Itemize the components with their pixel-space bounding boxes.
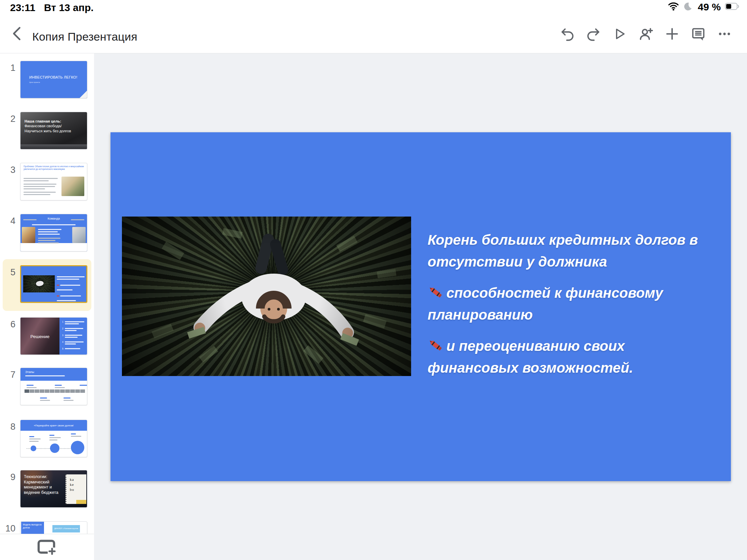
slide-number: 9 [0, 472, 16, 482]
slide-4-thumbnail[interactable]: Команда [20, 214, 87, 251]
slide-number: 6 [0, 319, 16, 330]
thumb-subtitle [32, 223, 76, 226]
slide-8-thumbnail[interactable]: «Перекройте кран» своих долгов! [20, 420, 87, 457]
thumb-header: Этапы [21, 368, 87, 381]
book-line: ke [70, 482, 86, 487]
team-photo-left [22, 227, 35, 243]
milestone-label [40, 396, 50, 402]
add-slide-icon[interactable] [37, 539, 57, 556]
list-number: 3 [62, 335, 63, 337]
filmstrip-slide-7[interactable]: 7 Этапы [0, 368, 94, 405]
slide-5-thumbnail-selected[interactable] [20, 265, 87, 303]
status-time-date: 23:11 Вт 13 апр. [10, 2, 94, 14]
slide-10-thumbnail[interactable]: Модель выхода из долгов ДИАЛОГ с близким… [20, 522, 87, 534]
text-line-skeleton [24, 184, 56, 185]
text-line-skeleton [57, 300, 76, 301]
slide-6-thumbnail[interactable]: Решение 1 2 3 4 5 [20, 317, 87, 355]
thumb-subtitle: Цели проекта [29, 81, 40, 83]
filmstrip-slide-1[interactable]: 1 ИНВЕСТИРОВАТЬ ЛЕГКО! Цели проекта [0, 61, 94, 98]
filmstrip-slide-5[interactable]: 5 [0, 265, 94, 303]
add-collaborator-icon[interactable] [638, 26, 654, 42]
status-indicators: 49 % [668, 1, 740, 13]
more-icon[interactable] [716, 26, 733, 42]
text-line-skeleton [65, 335, 83, 336]
text-line-skeleton [80, 385, 87, 386]
text-line-skeleton [24, 186, 55, 187]
hands-photo: Решение [21, 318, 59, 355]
text-line-skeleton [49, 439, 57, 441]
money-vortex-photo[interactable] [122, 217, 411, 376]
filmstrip-bottom-bar [0, 534, 94, 560]
text-line-skeleton [24, 188, 45, 189]
kakebo-book-cover: ka ke bo [66, 474, 86, 504]
text-line-skeleton [38, 238, 60, 239]
text-line-skeleton [55, 387, 65, 388]
back-icon[interactable] [9, 25, 26, 42]
slide-2-thumbnail[interactable]: Наша главная цель:Финансовая свобода/ На… [20, 112, 87, 150]
list-item: 2 [62, 328, 84, 332]
text-line-skeleton [29, 438, 41, 439]
step-circle-1 [31, 446, 36, 451]
red-crayon-icon [428, 284, 445, 301]
slide-1-thumbnail[interactable]: ИНВЕСТИРОВАТЬ ЛЕГКО! Цели проекта [20, 61, 87, 98]
laptop-photo-base [21, 144, 87, 149]
plus-icon[interactable] [664, 26, 680, 42]
filmstrip-slide-3[interactable]: 3 Проблема: Объем плохих долгов по ипоте… [0, 163, 94, 201]
red-crayon-icon [428, 338, 445, 354]
date: Вт 13 апр. [44, 2, 93, 14]
slide-heading: Корень больших кредитных долгов в отсутс… [428, 229, 713, 273]
text-line-skeleton [49, 437, 61, 438]
slide-number: 4 [0, 216, 16, 226]
thumb-title: «Перекройте кран» своих долгов! [34, 424, 74, 427]
redo-icon[interactable] [585, 26, 602, 42]
slide-3-thumbnail[interactable]: Проблема: Объем плохих долгов по ипотеке… [20, 163, 87, 201]
undo-icon[interactable] [559, 26, 576, 42]
filmstrip-slide-6[interactable]: 6 Решение 1 2 3 4 5 [0, 317, 94, 355]
book-yellow-accent [76, 500, 86, 504]
present-icon[interactable] [611, 26, 628, 42]
filmstrip-slide-4[interactable]: 4 Команда [0, 214, 94, 251]
text-line-skeleton [38, 242, 59, 243]
slide-9-thumbnail[interactable]: Технологии: Кармический менеджмент и вед… [20, 470, 87, 508]
slide-filmstrip: 1 ИНВЕСТИРОВАТЬ ЛЕГКО! Цели проекта 2 На… [0, 53, 94, 534]
slide-canvas[interactable]: Корень больших кредитных долгов в отсутс… [94, 53, 747, 560]
current-slide[interactable]: Корень больших кредитных долгов в отсутс… [110, 132, 731, 481]
bullet-line [57, 293, 86, 299]
text-line-skeleton [65, 337, 78, 338]
filmstrip-slide-8[interactable]: 8 «Перекройте кран» своих долгов! [0, 420, 94, 457]
document-title[interactable]: Копия Презентация [32, 30, 137, 43]
text-line-skeleton [38, 234, 60, 235]
timeline-month-strip [25, 390, 85, 393]
text-line-skeleton [71, 217, 82, 218]
filmstrip-slide-9[interactable]: 9 Технологии: Кармический менеджмент и в… [0, 470, 94, 508]
filmstrip-slide-2[interactable]: 2 Наша главная цель:Финансовая свобода/ … [0, 112, 94, 150]
battery-icon [725, 2, 740, 12]
thumb-title-bold: Наша главная цель: [25, 119, 75, 124]
text-line-skeleton [32, 224, 76, 225]
thumb-title: Проблема: Объем плохих долгов по ипотеке… [21, 163, 87, 172]
milestone-label [80, 383, 87, 387]
list-number: 4 [62, 341, 63, 343]
wifi-icon [668, 2, 679, 12]
text-line-skeleton [23, 219, 36, 220]
text-line-skeleton [63, 400, 74, 401]
slide-text-block[interactable]: Корень больших кредитных долгов в отсутс… [428, 229, 713, 388]
battery-percent: 49 % [698, 1, 721, 13]
slide-number: 10 [0, 524, 16, 534]
thumb-title-rest: Финансовая свобода/ Научиться жить без д… [25, 124, 71, 133]
filmstrip-slide-10[interactable]: 10 Модель выхода из долгов ДИАЛОГ с близ… [0, 522, 94, 534]
thumb-title: Наша главная цель:Финансовая свобода/ На… [25, 119, 75, 133]
slide-number: 3 [0, 165, 16, 175]
book-text: ka ke bo [70, 477, 86, 492]
thumb-dialog-box: ДИАЛОГ с близким кругом [52, 525, 80, 532]
text-line-skeleton [65, 321, 84, 322]
text-line-skeleton [65, 323, 79, 324]
text-line-skeleton [27, 385, 33, 386]
comments-icon[interactable] [690, 26, 707, 42]
text-line-skeleton [57, 279, 79, 280]
slide-bullet-2: и переоцениванию своих финансовых возмож… [428, 335, 713, 379]
slide-7-thumbnail[interactable]: Этапы [20, 368, 87, 405]
book-line: ka [70, 477, 86, 482]
thumb-photo [61, 177, 84, 196]
book-line: bo [70, 487, 86, 492]
